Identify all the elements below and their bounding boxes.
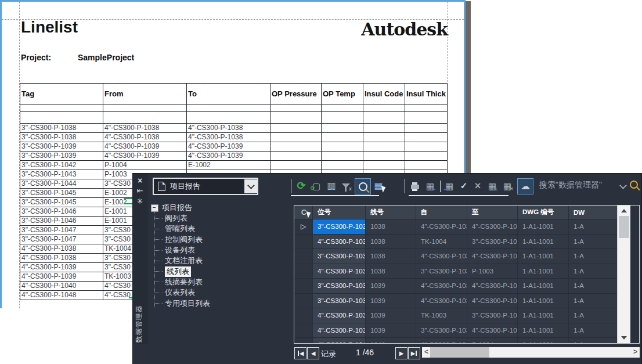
grid-cell[interactable]: 3"-CS300-P-1038 — [467, 235, 518, 249]
grid-cell[interactable]: 3"-CS300-P-1039 — [467, 308, 518, 323]
grid-row[interactable]: 3"-CS300-P-103910394"-CS300-P-10394"-CS3… — [294, 279, 639, 294]
grid-cell[interactable]: 4"-CS300-P-1038 — [313, 264, 366, 279]
tree-item-label[interactable]: 线列表 — [165, 266, 191, 277]
grid-cell[interactable]: 1-A1-1001 — [518, 338, 569, 344]
report-type-select[interactable]: 项目报告 — [153, 178, 258, 195]
tree-item[interactable]: 线列表 — [147, 266, 293, 276]
grid-cell[interactable]: P-1003 — [467, 264, 518, 279]
row-indicator[interactable] — [294, 249, 313, 264]
grid-cell[interactable]: 4"-CS300-P-1039 — [313, 323, 366, 338]
grid-row[interactable]: 3"-CS300-P-103810384"-CS300-P-10384"-CS3… — [294, 249, 639, 264]
grid-row[interactable]: 4"-CS300-P-10391039TK-10033"-CS300-P-103… — [294, 308, 639, 323]
grid-row[interactable]: 4"-CS300-P-104010404"-CS300-P-1038P-1004… — [294, 338, 639, 344]
grid-cell[interactable]: 3"-CS300-P-1039 — [313, 279, 366, 293]
accept-changes-icon[interactable]: ✓ — [457, 180, 470, 192]
grid-cell[interactable]: 4"-CS300-P-1038 — [467, 323, 518, 338]
tree-collapse-icon[interactable] — [151, 204, 158, 212]
scroll-down-icon[interactable] — [621, 336, 627, 340]
grid-column-header[interactable]: 自 — [416, 206, 467, 219]
grid-cell[interactable]: TK-1004 — [416, 235, 467, 249]
grid-cell[interactable]: 4"-CS300-P-1038 — [313, 235, 366, 249]
clear-filter-icon[interactable]: x — [340, 180, 352, 192]
grid-column-header[interactable]: DWG 编号 — [518, 206, 569, 219]
tree-root[interactable]: 项目报告 — [151, 203, 192, 213]
grid-row[interactable]: 3"-CS300-P-103910394"-CS300-P-10394"-CS3… — [294, 294, 639, 309]
grid-cell[interactable]: 1039 — [366, 279, 416, 293]
grid-horizontal-scrollbar[interactable]: < > — [422, 347, 640, 358]
row-indicator[interactable] — [294, 235, 313, 249]
tree-item[interactable]: 仪表列表 — [147, 287, 293, 298]
discard-all-icon[interactable]: ▦× — [501, 180, 514, 192]
grid-cell[interactable]: 1039 — [366, 308, 416, 323]
grid-cell[interactable]: 1038 — [366, 264, 416, 279]
grid-cell[interactable]: P-1004 — [467, 338, 518, 344]
row-indicator[interactable] — [294, 264, 313, 279]
reject-changes-icon[interactable]: × — [471, 180, 484, 192]
record-picker-icon[interactable]: C — [294, 206, 313, 219]
grid-cell[interactable]: 3"-CS300-P-1038 — [313, 249, 366, 264]
tree-item-label[interactable]: 管嘴列表 — [165, 224, 195, 234]
tree-item-label[interactable]: 控制阀列表 — [165, 235, 203, 245]
commit-all-icon[interactable]: ▦↓ — [486, 180, 499, 192]
grid-row[interactable]: ▷3"-CS300-P-103810384"-CS300-P-10384"-CS… — [294, 219, 639, 235]
grid-cell[interactable]: 4"-CS300-P-1039 — [467, 279, 518, 293]
grid-cell[interactable]: TK-1003 — [416, 308, 467, 323]
grid-cell[interactable]: 4"-CS300-P-1038 — [416, 338, 467, 344]
next-record-button[interactable]: ▶ — [395, 347, 407, 359]
grid-cell[interactable]: 4"-CS300-P-1039 — [416, 294, 467, 308]
grid-cell[interactable]: 3"-CS300-P-1038 — [416, 264, 467, 279]
sync-project-icon[interactable]: ▢⟳ — [310, 180, 323, 192]
tree-item-label[interactable]: 阀列表 — [165, 213, 187, 224]
tree-item[interactable]: 管嘴列表 — [147, 224, 293, 234]
report-type-dropdown-button[interactable] — [244, 179, 257, 193]
grid-cell[interactable]: 1-A1-1001 — [518, 294, 569, 308]
scrollbar-thumb[interactable] — [619, 216, 629, 238]
grid-column-header[interactable]: 线号 — [366, 206, 416, 219]
grid-cell[interactable]: 1-A1-1001 — [518, 219, 569, 234]
grid-row[interactable]: 4"-CS300-P-10381038TK-10043"-CS300-P-103… — [294, 235, 639, 250]
grid-cell[interactable]: 4"-CS300-P-1038 — [467, 249, 518, 264]
refresh-icon[interactable]: ⟳ — [295, 180, 308, 192]
insert-columns-icon[interactable]: ▥● — [325, 180, 338, 192]
previous-record-button[interactable]: ◀ — [307, 347, 319, 359]
grid-cell[interactable]: 1039 — [366, 323, 416, 338]
grid-cell[interactable]: 3"-CS300-P-1039 — [416, 323, 467, 338]
grid-cell[interactable]: 4"-CS300-P-1039 — [313, 308, 366, 323]
grid-cell[interactable]: 1-A1-1001 — [518, 323, 569, 338]
grid-column-header[interactable]: 至 — [467, 206, 518, 219]
tree-item-label[interactable]: 文档注册表 — [165, 255, 203, 266]
grid-cell[interactable]: 1038 — [366, 219, 416, 234]
grid-cell[interactable]: 1-A1-1001 — [518, 264, 569, 279]
import-icon[interactable]: ▦← — [443, 180, 456, 192]
print-icon[interactable] — [409, 180, 421, 192]
grid-cell[interactable]: 1038 — [366, 235, 416, 249]
tree-item[interactable]: 专用项目列表 — [147, 298, 293, 308]
close-icon[interactable]: × — [133, 176, 147, 185]
scroll-left-icon[interactable]: < — [424, 348, 428, 356]
search-input[interactable]: 搜索"数据管理器" — [539, 180, 602, 190]
scroll-right-icon[interactable]: > — [633, 348, 637, 356]
grid-cell[interactable]: 1-A1-1001 — [518, 249, 569, 264]
first-record-button[interactable]: ◀ — [294, 347, 306, 359]
zoom-to-icon[interactable] — [355, 178, 371, 194]
grid-cell[interactable]: 1040 — [366, 338, 416, 344]
row-indicator[interactable] — [294, 279, 313, 293]
row-indicator[interactable] — [294, 323, 313, 338]
export-icon[interactable]: ▦→ — [424, 180, 437, 192]
grid-column-header[interactable]: 位号 — [313, 206, 366, 219]
row-indicator[interactable]: ▷ — [294, 219, 313, 234]
grid-cell[interactable]: 4"-CS300-P-1040 — [313, 338, 366, 344]
tree-item[interactable]: 阀列表 — [147, 213, 293, 224]
grid-cell[interactable]: 4"-CS300-P-1039 — [416, 279, 467, 293]
grid-cell[interactable]: 1038 — [366, 249, 416, 264]
grid-cell[interactable]: 3"-CS300-P-1039 — [313, 294, 366, 308]
grid-cell[interactable]: 4"-CS300-P-1038 — [416, 219, 467, 234]
grid-cell[interactable]: 1-A1-1001 — [518, 308, 569, 323]
scrollbar-thumb[interactable] — [430, 347, 489, 358]
tree-item[interactable]: 控制阀列表 — [147, 235, 293, 245]
grid-cell[interactable]: 4"-CS300-P-1038 — [416, 249, 467, 264]
grid-row[interactable]: 4"-CS300-P-103810383"-CS300-P-1038P-1003… — [294, 264, 639, 279]
select-in-drawing-icon[interactable]: ▦ — [372, 180, 385, 192]
row-indicator[interactable] — [294, 338, 313, 344]
cloud-sync-icon[interactable]: ☁ — [517, 178, 533, 194]
